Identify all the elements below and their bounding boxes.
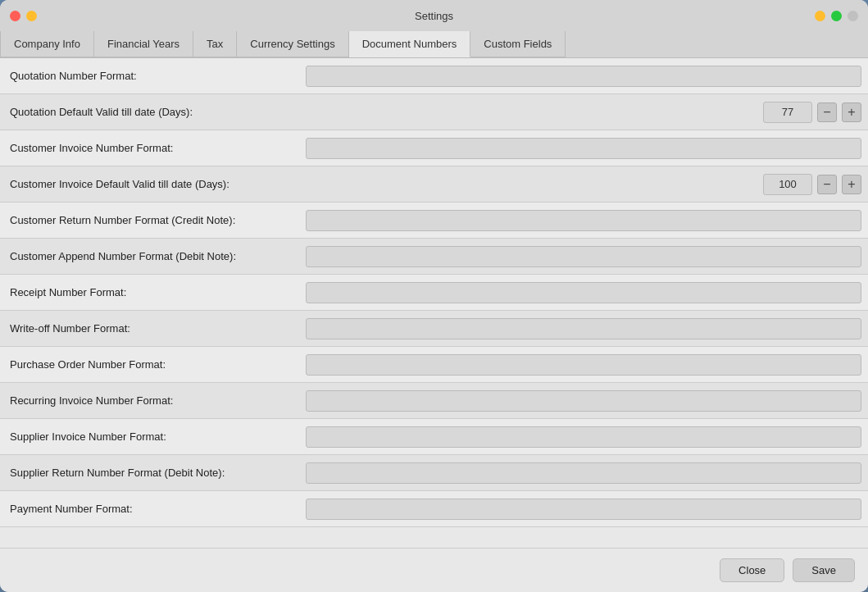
- row-supplier-return-number-format: Supplier Return Number Format (Debit Not…: [0, 455, 868, 491]
- input-area-writeoff-number-format: [299, 313, 868, 344]
- input-supplier-invoice-number-format[interactable]: [306, 426, 861, 448]
- label-customer-return-number-format: Customer Return Number Format (Credit No…: [0, 207, 299, 233]
- label-purchase-order-number-format: Purchase Order Number Format:: [0, 352, 299, 377]
- input-customer-return-number-format[interactable]: [306, 210, 861, 231]
- tab-document-numbers[interactable]: Document Numbers: [349, 31, 471, 57]
- row-purchase-order-number-format: Purchase Order Number Format:: [0, 347, 868, 383]
- row-writeoff-number-format: Write-off Number Format:: [0, 311, 868, 347]
- input-quotation-valid-days[interactable]: [763, 102, 812, 123]
- input-area-quotation-valid-days: − +: [299, 97, 868, 128]
- input-receipt-number-format[interactable]: [306, 282, 861, 303]
- input-area-customer-invoice-valid-days: − +: [299, 169, 868, 200]
- settings-window: Settings Company Info Financial Years Ta…: [0, 0, 868, 592]
- label-supplier-invoice-number-format: Supplier Invoice Number Format:: [0, 424, 299, 449]
- tab-tax[interactable]: Tax: [193, 31, 237, 57]
- row-customer-append-number-format: Customer Append Number Format (Debit Not…: [0, 239, 868, 275]
- close-button[interactable]: Close: [720, 558, 784, 582]
- input-area-receipt-number-format: [299, 277, 868, 308]
- content-area: Quotation Number Format: Quotation Defau…: [0, 58, 868, 548]
- indicator-green: [831, 11, 842, 21]
- indicator-gray: [848, 11, 858, 21]
- traffic-lights-right: [815, 11, 858, 21]
- title-bar: Settings: [0, 0, 868, 31]
- input-supplier-return-number-format[interactable]: [306, 462, 861, 484]
- tab-financial-years[interactable]: Financial Years: [94, 31, 193, 57]
- input-quotation-number-format[interactable]: [306, 66, 861, 87]
- input-recurring-invoice-number-format[interactable]: [306, 390, 861, 412]
- input-payment-number-format[interactable]: [306, 499, 861, 520]
- input-area-quotation-number-format: [299, 61, 868, 92]
- label-supplier-return-number-format: Supplier Return Number Format (Debit Not…: [0, 460, 299, 485]
- label-payment-number-format: Payment Number Format:: [0, 496, 299, 521]
- label-customer-invoice-valid-days: Customer Invoice Default Valid till date…: [0, 171, 299, 197]
- window-title: Settings: [415, 10, 453, 22]
- row-quotation-number-format: Quotation Number Format:: [0, 58, 868, 94]
- row-customer-return-number-format: Customer Return Number Format (Credit No…: [0, 203, 868, 239]
- label-receipt-number-format: Receipt Number Format:: [0, 280, 299, 305]
- decrement-customer-invoice-valid-days-button[interactable]: −: [817, 175, 837, 194]
- window-controls: [10, 11, 37, 21]
- footer: Close Save: [0, 548, 868, 592]
- increment-customer-invoice-valid-days-button[interactable]: +: [842, 175, 861, 194]
- row-supplier-invoice-number-format: Supplier Invoice Number Format:: [0, 419, 868, 455]
- indicator-yellow: [815, 11, 825, 21]
- row-receipt-number-format: Receipt Number Format:: [0, 275, 868, 311]
- input-area-purchase-order-number-format: [299, 349, 868, 380]
- input-area-customer-append-number-format: [299, 241, 868, 272]
- input-customer-invoice-valid-days[interactable]: [763, 174, 812, 195]
- input-customer-append-number-format[interactable]: [306, 246, 861, 267]
- tab-custom-fields[interactable]: Custom Fields: [470, 31, 566, 57]
- tab-currency-settings[interactable]: Currency Settings: [237, 31, 348, 57]
- label-quotation-valid-days: Quotation Default Valid till date (Days)…: [0, 99, 299, 125]
- input-customer-invoice-number-format[interactable]: [306, 138, 861, 159]
- tabs-bar: Company Info Financial Years Tax Currenc…: [0, 31, 868, 58]
- row-recurring-invoice-number-format: Recurring Invoice Number Format:: [0, 383, 868, 419]
- form-rows: Quotation Number Format: Quotation Defau…: [0, 58, 868, 527]
- label-writeoff-number-format: Write-off Number Format:: [0, 316, 299, 341]
- label-customer-invoice-number-format: Customer Invoice Number Format:: [0, 135, 299, 161]
- input-area-payment-number-format: [299, 494, 868, 525]
- row-customer-invoice-number-format: Customer Invoice Number Format:: [0, 130, 868, 166]
- label-quotation-number-format: Quotation Number Format:: [0, 63, 299, 89]
- input-area-customer-invoice-number-format: [299, 133, 868, 164]
- tab-company-info[interactable]: Company Info: [0, 31, 94, 57]
- label-recurring-invoice-number-format: Recurring Invoice Number Format:: [0, 388, 299, 413]
- increment-quotation-valid-days-button[interactable]: +: [842, 102, 861, 122]
- minimize-window-button[interactable]: [26, 11, 37, 21]
- row-payment-number-format: Payment Number Format:: [0, 491, 868, 527]
- input-area-customer-return-number-format: [299, 205, 868, 236]
- label-customer-append-number-format: Customer Append Number Format (Debit Not…: [0, 244, 299, 269]
- input-writeoff-number-format[interactable]: [306, 318, 861, 339]
- save-button[interactable]: Save: [793, 558, 855, 582]
- close-window-button[interactable]: [10, 11, 20, 21]
- row-quotation-valid-days: Quotation Default Valid till date (Days)…: [0, 94, 868, 130]
- input-area-supplier-invoice-number-format: [299, 421, 868, 453]
- row-customer-invoice-valid-days: Customer Invoice Default Valid till date…: [0, 166, 868, 203]
- input-area-supplier-return-number-format: [299, 458, 868, 489]
- input-area-recurring-invoice-number-format: [299, 385, 868, 417]
- decrement-quotation-valid-days-button[interactable]: −: [817, 102, 837, 122]
- input-purchase-order-number-format[interactable]: [306, 354, 861, 376]
